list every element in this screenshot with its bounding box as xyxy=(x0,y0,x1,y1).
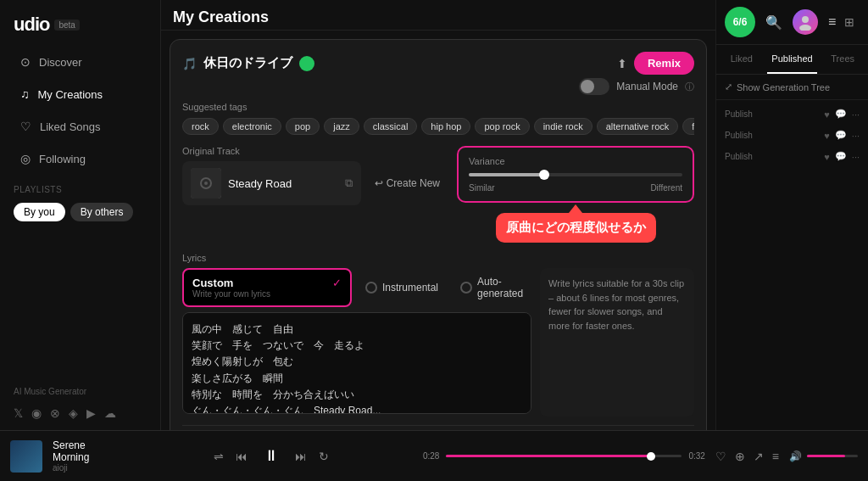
playlist-buttons: By you By others xyxy=(0,198,160,227)
more-icon[interactable]: ··· xyxy=(852,131,860,141)
create-new-button[interactable]: ↩ Create New xyxy=(366,172,448,194)
song-item[interactable]: Publish ♥ 💬 ··· xyxy=(716,146,868,167)
sidebar-item-following[interactable]: ◎ Following xyxy=(7,143,153,174)
like-icon[interactable]: ♥ xyxy=(824,152,830,162)
show-tree-button[interactable]: ⤢ Show Generation Tree xyxy=(716,75,868,100)
queue-icon[interactable]: ≡ xyxy=(772,450,779,463)
tag-altrock[interactable]: alternative rock xyxy=(597,118,679,135)
status-dot xyxy=(299,56,314,71)
menu-icon[interactable]: ≡ xyxy=(825,11,839,33)
tag-jazz[interactable]: jazz xyxy=(324,118,359,135)
comment-icon[interactable]: 💬 xyxy=(835,151,847,162)
progress-bar[interactable] xyxy=(446,455,682,457)
modal-header: 🎵 休日のドライブ ⬆ Remix xyxy=(182,52,694,75)
user-avatar[interactable] xyxy=(793,9,818,35)
like-icon[interactable]: ♥ xyxy=(824,131,830,141)
tag-rock[interactable]: rock xyxy=(182,118,219,135)
track-box: Steady Road ⧉ xyxy=(182,161,361,205)
lyrics-section: Lyrics ✓ Custom Write your own lyrics xyxy=(182,253,694,417)
tiktok-icon[interactable]: ⊗ xyxy=(50,406,60,420)
lyrics-instrumental-option[interactable]: Instrumental xyxy=(357,268,447,307)
by-others-button[interactable]: By others xyxy=(70,203,134,221)
lyrics-custom-label: Custom xyxy=(192,277,342,289)
manual-mode-toggle[interactable] xyxy=(579,78,609,95)
progress-thumb[interactable] xyxy=(647,452,655,461)
grid-view-icon[interactable]: ⊞ xyxy=(839,12,860,32)
tag-classical[interactable]: classical xyxy=(364,118,418,135)
lyrics-autogenerated-option[interactable]: Auto-generated xyxy=(452,268,531,307)
tag-poprock[interactable]: pop rock xyxy=(475,118,529,135)
more-icon[interactable]: ··· xyxy=(852,152,860,162)
volume-icon[interactable]: 🔊 xyxy=(789,450,802,462)
lyrics-two-col: ✓ Custom Write your own lyrics Instrumen… xyxy=(182,268,694,417)
shuffle-icon[interactable]: ⇌ xyxy=(214,450,224,463)
manual-mode-row: Manual Mode ⓘ xyxy=(182,78,694,95)
tag-indierock[interactable]: indie rock xyxy=(534,118,593,135)
info-icon[interactable]: ⓘ xyxy=(685,81,694,93)
search-icon[interactable]: 🔍 xyxy=(762,11,786,34)
original-track-label: Original Track xyxy=(182,146,448,156)
tab-liked[interactable]: Liked xyxy=(716,45,767,74)
comment-icon[interactable]: 💬 xyxy=(835,109,847,120)
more-icon[interactable]: ··· xyxy=(852,109,860,120)
by-you-button[interactable]: By you xyxy=(14,203,65,221)
tab-published[interactable]: Published xyxy=(767,45,818,74)
discord-icon[interactable]: ◈ xyxy=(69,406,78,420)
variance-different: Different xyxy=(650,183,682,193)
tag-pop[interactable]: pop xyxy=(286,118,320,135)
radio-instrumental xyxy=(365,282,377,294)
page-counter[interactable]: 6/6 xyxy=(725,7,755,37)
tag-folk[interactable]: folk xyxy=(682,118,694,135)
twitter-icon[interactable]: 𝕏 xyxy=(14,406,23,420)
next-icon[interactable]: ⏭ xyxy=(295,450,307,463)
tree-icon: ⤢ xyxy=(725,81,732,92)
like-icon[interactable]: ♥ xyxy=(824,109,830,120)
lyrics-label: Lyrics xyxy=(182,253,694,263)
song-actions: ♥ 💬 ··· xyxy=(824,151,860,162)
heart-icon[interactable]: ♡ xyxy=(715,450,726,463)
play-pause-button[interactable]: ⏸ xyxy=(259,445,283,468)
publish-label[interactable]: Publish xyxy=(725,152,753,161)
soundcloud-icon[interactable]: ☁ xyxy=(104,406,116,420)
variance-fill xyxy=(469,173,543,176)
sidebar-item-label: Discover xyxy=(39,56,82,69)
tag-electronic[interactable]: electronic xyxy=(223,118,281,135)
instrumental-label: Instrumental xyxy=(382,282,438,294)
youtube-icon[interactable]: ▶ xyxy=(86,406,96,420)
repeat-icon[interactable]: ↻ xyxy=(319,450,329,463)
modal-actions: ⬆ Remix xyxy=(617,52,694,75)
add-playlist-icon[interactable]: ⊕ xyxy=(735,450,745,463)
lyrics-custom-sub: Write your own lyrics xyxy=(192,289,342,299)
song-item[interactable]: Publish ♥ 💬 ··· xyxy=(716,125,868,146)
remix-modal: 🎵 休日のドライブ ⬆ Remix Manual Mode ⓘ xyxy=(170,39,707,430)
remix-button[interactable]: Remix xyxy=(634,52,694,75)
track-variance-row: Original Track Steady Road ⧉ ↩ Create Ne… xyxy=(182,146,694,243)
tag-hiphop[interactable]: hip hop xyxy=(421,118,470,135)
comment-icon[interactable]: 💬 xyxy=(835,130,847,141)
logo-area: udio beta xyxy=(0,0,160,46)
sidebar-item-my-creations[interactable]: ♫ My Creations xyxy=(7,79,153,109)
annotation-popup: 原曲にどの程度似せるか xyxy=(496,213,656,243)
variance-slider[interactable] xyxy=(469,173,682,176)
sidebar-item-discover[interactable]: ⊙ Discover xyxy=(7,47,153,77)
lyrics-custom-option[interactable]: ✓ Custom Write your own lyrics xyxy=(182,268,352,307)
instagram-icon[interactable]: ◉ xyxy=(31,406,42,420)
variance-similar: Similar xyxy=(469,183,495,193)
song-actions: ♥ 💬 ··· xyxy=(824,109,860,120)
lyrics-textarea[interactable]: 風の中 感じて 自由 笑顔で 手を つないで 今 走るよ 煌めく陽射しが 包む … xyxy=(182,312,531,414)
share-icon[interactable]: ↗ xyxy=(754,450,764,463)
right-panel-tabs: Liked Published Trees xyxy=(716,45,868,75)
prev-icon[interactable]: ⏮ xyxy=(236,450,248,463)
lyrics-left: ✓ Custom Write your own lyrics Instrumen… xyxy=(182,268,531,417)
publish-label[interactable]: Publish xyxy=(725,131,753,140)
copy-icon[interactable]: ⧉ xyxy=(345,176,353,190)
share-icon[interactable]: ⬆ xyxy=(617,57,627,70)
publish-label[interactable]: Publish xyxy=(725,109,753,119)
sidebar-item-liked-songs[interactable]: ♡ Liked Songs xyxy=(7,111,153,142)
social-icons: 𝕏 ◉ ⊗ ◈ ▶ ☁ xyxy=(0,403,160,430)
player-right-icons: ♡ ⊕ ↗ ≡ xyxy=(715,450,779,463)
volume-bar[interactable] xyxy=(807,455,858,457)
variance-thumb[interactable] xyxy=(539,170,549,180)
song-item[interactable]: Publish ♥ 💬 ··· xyxy=(716,103,868,125)
tab-trees[interactable]: Trees xyxy=(817,45,868,74)
